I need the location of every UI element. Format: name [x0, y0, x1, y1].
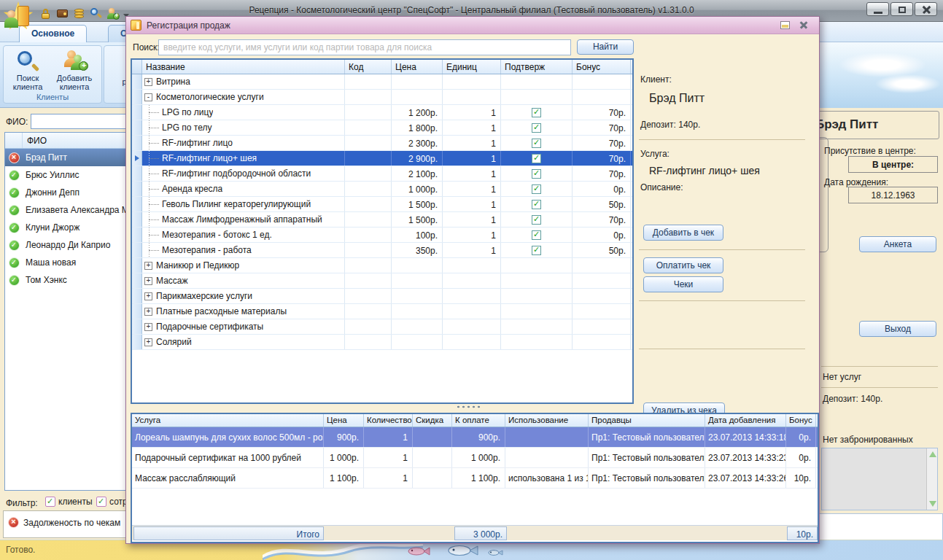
scroll-down-icon[interactable]: [929, 501, 936, 507]
app-logo-icon[interactable]: [1, 0, 36, 34]
row-gutter: [132, 120, 142, 135]
pay-check-button[interactable]: Оплатить чек: [643, 257, 723, 273]
tree-row[interactable]: +Парикмахерские услуги: [132, 289, 632, 304]
debt-item[interactable]: Задолженость по чекам: [8, 517, 120, 528]
column-header[interactable]: Количество: [364, 414, 413, 427]
expander-icon[interactable]: -: [144, 93, 152, 101]
checkbox-checked-icon[interactable]: [532, 154, 541, 163]
filter-clients-checkbox[interactable]: клиенты: [45, 497, 93, 507]
find-button[interactable]: Найти: [577, 39, 634, 55]
tree-row[interactable]: +Подарочные сертификаты: [132, 319, 632, 335]
expander-icon[interactable]: +: [144, 78, 152, 86]
column-header[interactable]: Подтверж: [501, 60, 573, 74]
tree-row[interactable]: +Солярий: [132, 335, 632, 350]
dialog-title: Регистрация продаж: [147, 20, 230, 31]
splitter-handle[interactable]: [456, 405, 481, 408]
tree-row[interactable]: +Массаж: [132, 273, 632, 289]
cell-confirmed: [501, 273, 573, 288]
cell-bonus: 70р.: [573, 151, 631, 166]
expander-icon[interactable]: +: [144, 338, 152, 346]
add-to-check-button[interactable]: Добавить в чек: [643, 225, 723, 241]
tree-label: Маникюр и Педикюр: [156, 260, 239, 271]
checkbox-checked-icon[interactable]: [532, 230, 541, 240]
column-header[interactable]: Продавцы: [589, 414, 705, 427]
column-header[interactable]: К оплате: [452, 414, 505, 427]
checkbox-checked-icon[interactable]: [532, 184, 541, 194]
client-name-heading: Брэд Питт: [815, 117, 878, 132]
wallet-icon[interactable]: [56, 7, 69, 20]
column-header[interactable]: Код: [345, 60, 392, 74]
tree-row[interactable]: +Маникюр и Педикюр: [132, 258, 632, 273]
add-user-icon[interactable]: [106, 7, 119, 20]
checkbox-checked-icon[interactable]: [532, 215, 541, 225]
tree-label: RF-лифтинг подбородочной области: [162, 168, 311, 179]
minimize-button[interactable]: [866, 2, 889, 16]
column-header[interactable]: Услуга: [132, 414, 324, 427]
tree-row[interactable]: LPG по лицу1 200р.170р.: [132, 105, 632, 120]
lock-icon[interactable]: [39, 7, 52, 20]
tree-row[interactable]: Аренда кресла1 000р.10р.: [132, 182, 632, 197]
expander-icon[interactable]: +: [144, 308, 152, 316]
anketa-button[interactable]: Анкета: [859, 236, 936, 252]
dialog-minimize-icon[interactable]: [780, 21, 790, 29]
tree-connector: [149, 204, 159, 205]
exit-button[interactable]: Выход: [859, 321, 936, 337]
expander-icon[interactable]: +: [144, 262, 152, 270]
receipt-cell-discount: [413, 448, 452, 467]
receipt-row[interactable]: Лореаль шампунь для сухих волос 500мл - …: [132, 427, 818, 448]
cell-price: 350р.: [392, 243, 443, 257]
expander-icon[interactable]: +: [144, 292, 152, 300]
tree-name-cell: +Массаж: [142, 273, 345, 288]
tree-row[interactable]: +Витрина: [132, 74, 632, 90]
column-header[interactable]: Цена: [324, 414, 364, 427]
cell-units: 1: [443, 151, 501, 166]
cell-units: [443, 335, 501, 349]
column-header[interactable]: Скидка: [413, 414, 452, 427]
checkbox-checked-icon[interactable]: [532, 246, 541, 255]
tree-row[interactable]: Мезотерапия - ботокс 1 ед.100р.10р.: [132, 228, 632, 243]
expander-icon[interactable]: +: [144, 323, 152, 331]
checkbox-checked-icon[interactable]: [532, 139, 541, 148]
column-header[interactable]: Название: [142, 60, 345, 74]
tree-name-cell: +Витрина: [142, 74, 345, 89]
receipt-row[interactable]: Подарочный сертификат на 1000 рублей1 00…: [132, 448, 818, 468]
expander-icon[interactable]: +: [144, 277, 152, 285]
column-header[interactable]: Цена: [392, 60, 443, 74]
column-header[interactable]: Дата добавления: [705, 414, 786, 427]
checks-button[interactable]: Чеки: [643, 276, 723, 292]
tree-label: Витрина: [156, 77, 190, 87]
checkbox-checked-icon[interactable]: [532, 200, 541, 209]
column-header[interactable]: Бонус: [573, 60, 631, 74]
tree-row[interactable]: Массаж Лимфодренажный аппаратный1 500р.1…: [132, 212, 632, 228]
tree-row[interactable]: +Платные расходные материалы: [132, 304, 632, 319]
receipt-row[interactable]: Массаж расслабляющий1 100р.11 100р.испол…: [132, 468, 818, 489]
tree-row[interactable]: -Косметологические услуги: [132, 90, 632, 105]
service-search-input[interactable]: [158, 39, 571, 55]
row-gutter: [132, 136, 142, 150]
dialog-titlebar[interactable]: Регистрация продаж: [126, 17, 819, 34]
add-client-button[interactable]: Добавить клиента: [52, 49, 97, 93]
scroll-up-icon[interactable]: [929, 451, 936, 457]
client-status-cell: [5, 187, 23, 198]
column-header[interactable]: Единиц: [443, 60, 501, 74]
maximize-button[interactable]: [890, 2, 913, 16]
filter-staff-checkbox[interactable]: сотр: [96, 497, 128, 507]
tree-row[interactable]: LPG по телу1 800р.170р.: [132, 120, 632, 136]
checkbox-checked-icon[interactable]: [532, 108, 541, 117]
checkbox-checked-icon[interactable]: [532, 169, 541, 179]
checkbox-checked-icon[interactable]: [532, 123, 541, 133]
tree-name-cell: LPG по лицу: [142, 105, 345, 120]
coins-icon[interactable]: [73, 7, 85, 20]
column-header[interactable]: Использование: [505, 414, 589, 427]
search-icon[interactable]: [90, 7, 102, 20]
tree-row[interactable]: RF-лифтинг лицо2 300р.170р.: [132, 136, 632, 151]
tree-row[interactable]: Геволь Пилинг кераторегулирующий1 500р.1…: [132, 197, 632, 212]
search-client-button[interactable]: Поиск клиента: [5, 49, 50, 93]
tree-row[interactable]: Мезотерапия - работа350р.150р.: [132, 243, 632, 258]
column-header[interactable]: Бонус: [786, 414, 816, 427]
dialog-close-icon[interactable]: [799, 20, 809, 30]
tree-row[interactable]: RF-лифтинг лицо+ шея2 900р.170р.: [132, 151, 632, 166]
close-button[interactable]: [915, 2, 937, 16]
scrollbar[interactable]: [926, 448, 937, 510]
tree-row[interactable]: RF-лифтинг подбородочной области2 100р.1…: [132, 166, 632, 182]
